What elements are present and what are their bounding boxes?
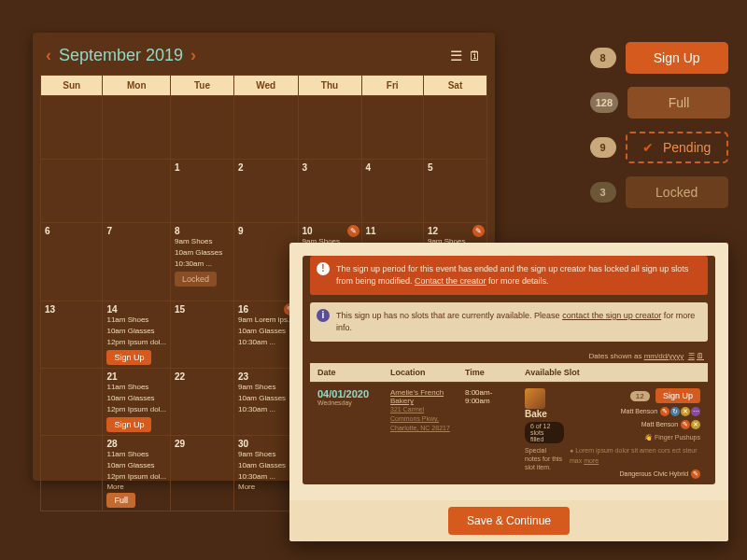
day-header: Mon: [103, 76, 171, 96]
calendar-cell[interactable]: 13: [41, 301, 103, 369]
row-signup-button[interactable]: Sign Up: [655, 388, 700, 403]
cell-action-button[interactable]: Locked: [175, 272, 217, 287]
legend-signup-count: 8: [590, 48, 616, 68]
calendar-cell[interactable]: 2: [233, 160, 298, 223]
cell-action-button[interactable]: Sign Up: [106, 417, 151, 432]
list-view-icon[interactable]: ☰: [688, 352, 695, 360]
legend-locked-count: 3: [590, 182, 616, 203]
calendar-cell[interactable]: [41, 369, 103, 436]
calendar-view-icon[interactable]: 🗓: [697, 352, 704, 360]
calendar-cell[interactable]: 2811am Shoes10am Glasses12pm Ipsum dol..…: [103, 436, 171, 511]
action-icon[interactable]: ⋯: [691, 407, 700, 416]
calendar-view-icon[interactable]: 🗓: [468, 48, 482, 64]
edit-icon[interactable]: ✎: [347, 225, 359, 237]
calendar-cell[interactable]: 1: [171, 160, 234, 223]
edit-icon[interactable]: ✎: [472, 225, 485, 237]
calendar-cell[interactable]: 89am Shoes10am Glasses10:30am ...Locked: [171, 223, 234, 301]
calendar-cell[interactable]: 29: [171, 436, 234, 511]
day-header: Tue: [171, 76, 234, 96]
calendar-cell[interactable]: [41, 96, 103, 160]
calendar-cell[interactable]: 7: [103, 223, 171, 301]
legend-pending-count: 9: [590, 137, 616, 158]
calendar-cell[interactable]: [423, 96, 486, 160]
calendar-cell[interactable]: [103, 96, 171, 160]
day-header: Sat: [423, 76, 486, 96]
date-format-link[interactable]: mm/dd/yyyy: [644, 352, 684, 360]
calendar-cell[interactable]: 2111am Shoes10am Glasses12pm Ipsum dol..…: [103, 369, 171, 436]
calendar-cell[interactable]: 9: [233, 223, 298, 301]
table-row: 04/01/2020 Wednesday Amelie's French Bak…: [310, 382, 708, 484]
legend-full-count: 128: [590, 92, 618, 113]
calendar-cell[interactable]: [298, 96, 361, 160]
legend: 8 Sign Up 128 Full 9 Pending 3 Locked: [590, 42, 730, 208]
row-date: 04/01/2020: [317, 388, 375, 399]
calendar-cell[interactable]: 239am Shoes10am Glasses10:30am ...: [233, 369, 298, 436]
legend-locked-button[interactable]: Locked: [626, 176, 728, 208]
legend-pending-button[interactable]: Pending: [626, 132, 728, 163]
slot-fill-badge: 6 of 12 slots filled: [525, 422, 564, 443]
next-month-chevron[interactable]: ›: [190, 46, 196, 65]
calendar-cell[interactable]: 6: [41, 223, 103, 301]
error-banner: ! The sign up period for this event has …: [310, 256, 708, 295]
contact-creator-link-2[interactable]: contact the sign up creator: [562, 311, 661, 320]
slot-image: [525, 388, 545, 409]
day-header: Wed: [233, 76, 298, 96]
calendar-cell[interactable]: 16✎9am Lorem ips...10am Glasses10:30am .…: [233, 301, 298, 369]
legend-signup-button[interactable]: Sign Up: [626, 42, 728, 74]
more-link[interactable]: More: [238, 483, 294, 491]
action-icon[interactable]: ✕: [681, 407, 690, 416]
legend-full-button[interactable]: Full: [627, 87, 730, 119]
more-link[interactable]: More: [106, 483, 166, 491]
action-icon[interactable]: ✎: [681, 420, 690, 429]
calendar-cell[interactable]: 4: [361, 160, 423, 223]
row-time: 8:00am-9:00am: [458, 383, 517, 484]
list-view-icon[interactable]: ☰: [450, 48, 462, 64]
contact-creator-link[interactable]: Contact the creator: [415, 276, 486, 286]
calendar-cell[interactable]: 3: [298, 160, 361, 223]
slot-title: Bake: [525, 409, 547, 419]
action-icon[interactable]: ✎: [660, 407, 669, 416]
more-link[interactable]: more: [584, 457, 599, 464]
calendar-cell[interactable]: [103, 160, 171, 223]
day-header: Fri: [361, 76, 423, 96]
table-header: Date Location Time Available Slot: [310, 363, 708, 382]
error-icon: !: [317, 262, 330, 275]
location-link[interactable]: Amelie's French Bakery: [390, 388, 450, 405]
calendar-cell[interactable]: [41, 436, 103, 511]
action-icon[interactable]: ✎: [691, 469, 700, 479]
day-header: Thu: [298, 76, 361, 96]
calendar-cell[interactable]: 15: [171, 301, 234, 369]
prev-month-chevron[interactable]: ‹: [46, 46, 51, 65]
date-format-bar: Dates shown as mm/dd/yyyy ☰ 🗓: [303, 349, 715, 363]
day-header: Sun: [41, 76, 103, 96]
address-link[interactable]: 321 Carmel Commons Pkwy, Charlotte, NC 2…: [390, 405, 450, 433]
action-icon[interactable]: ↻: [670, 407, 680, 416]
calendar-cell[interactable]: 5: [423, 160, 486, 223]
action-icon[interactable]: ✕: [691, 420, 700, 429]
calendar-cell[interactable]: [41, 160, 103, 223]
slot-count-badge: 12: [630, 391, 650, 401]
calendar-cell[interactable]: 22: [171, 369, 234, 436]
detail-popup: ! The sign up period for this event has …: [289, 243, 728, 541]
calendar-cell[interactable]: 309am Shoes10am Glasses10:30am ...More: [233, 436, 298, 511]
calendar-title: September 2019: [59, 46, 183, 65]
cell-action-button[interactable]: Full: [106, 493, 135, 508]
calendar-cell[interactable]: [171, 96, 234, 160]
calendar-header: ‹ September 2019 › ☰ 🗓: [40, 42, 487, 75]
calendar-cell[interactable]: [361, 96, 423, 160]
save-continue-button[interactable]: Save & Continue: [448, 507, 570, 535]
calendar-cell[interactable]: [233, 96, 298, 160]
info-icon: i: [317, 309, 330, 322]
calendar-cell[interactable]: 1411am Shoes10am Glasses12pm Ipsum dol..…: [103, 301, 171, 369]
info-banner: i This sign up has no slots that are cur…: [310, 302, 708, 342]
cell-action-button[interactable]: Sign Up: [106, 350, 151, 365]
